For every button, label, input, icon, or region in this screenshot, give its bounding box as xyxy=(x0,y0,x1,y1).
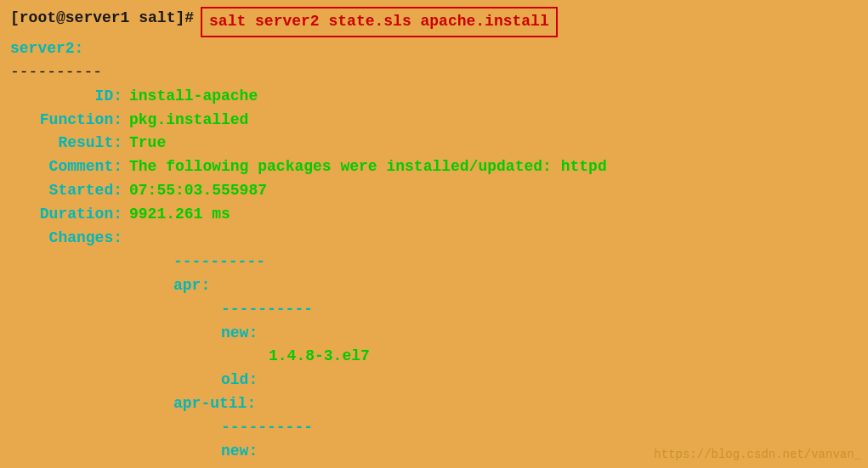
duration-label: Duration: xyxy=(10,203,129,227)
duration-value: 9921.261 ms xyxy=(129,203,230,227)
separator-line-2: ---------- xyxy=(173,251,858,274)
apr-new-row: new: xyxy=(173,322,858,346)
watermark: https://blog.csdn.net/vanvan_ xyxy=(654,448,861,461)
prompt-text: [root@server1 salt]# xyxy=(10,7,194,37)
id-row: ID: install-apache xyxy=(10,85,858,109)
separator-line-1: ---------- xyxy=(10,61,858,85)
id-value: install-apache xyxy=(129,85,258,109)
result-value: True xyxy=(129,132,166,155)
apr-separator-row: ---------- xyxy=(173,298,858,322)
apr-new-value: 1.4.8-3.el7 xyxy=(269,345,370,369)
apr-util-row: apr-util: xyxy=(173,392,858,416)
apr-util-new-label: new: xyxy=(221,440,258,464)
apr-old-row: old: xyxy=(173,369,858,392)
server-name-line: server2: xyxy=(10,37,858,61)
terminal-window: [root@server1 salt]# salt server2 state.… xyxy=(0,0,868,468)
result-label: Result: xyxy=(10,132,129,155)
apr-util-separator: ---------- xyxy=(221,416,313,440)
apr-new-label: new: xyxy=(221,322,258,346)
apr-util-new-value: 1.5.2-6.el7 xyxy=(269,464,370,468)
duration-row: Duration: 9921.261 ms xyxy=(10,203,858,227)
started-value: 07:55:03.555987 xyxy=(129,179,267,203)
result-row: Result: True xyxy=(10,132,858,155)
apr-util-label: apr-util: xyxy=(173,392,256,416)
id-label: ID: xyxy=(10,85,129,109)
changes-block: ---------- apr: ---------- new: 1.4.8-3.… xyxy=(10,251,858,468)
apr-label: apr: xyxy=(173,274,210,298)
apr-new-value-row: 1.4.8-3.el7 xyxy=(173,345,858,369)
started-label: Started: xyxy=(10,179,129,203)
apr-util-separator-row: ---------- xyxy=(173,416,858,440)
apr-old-label: old: xyxy=(221,369,258,392)
comment-row: Comment: The following packages were ins… xyxy=(10,155,858,179)
changes-row: Changes: xyxy=(10,227,858,251)
comment-value: The following packages were installed/up… xyxy=(129,155,607,179)
prompt-line: [root@server1 salt]# salt server2 state.… xyxy=(10,7,858,37)
function-row: Function: pkg.installed xyxy=(10,109,858,133)
command-box: salt server2 state.sls apache.install xyxy=(201,7,558,37)
server-name: server2: xyxy=(10,37,83,61)
separator-2: ---------- xyxy=(173,251,265,274)
started-row: Started: 07:55:03.555987 xyxy=(10,179,858,203)
apr-row: apr: xyxy=(173,274,858,298)
separator-1: ---------- xyxy=(10,61,102,85)
function-value: pkg.installed xyxy=(129,109,248,133)
apr-util-new-value-row: 1.5.2-6.el7 xyxy=(173,464,858,468)
changes-label: Changes: xyxy=(10,227,129,251)
function-label: Function: xyxy=(10,109,129,133)
comment-label: Comment: xyxy=(10,155,129,179)
apr-separator: ---------- xyxy=(221,298,313,322)
